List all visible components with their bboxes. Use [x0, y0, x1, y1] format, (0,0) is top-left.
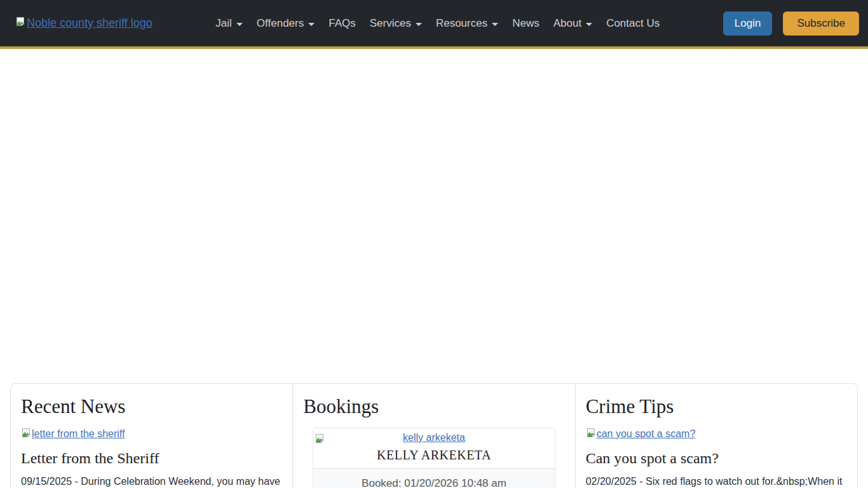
- caret-down-icon: [492, 23, 498, 26]
- booking-inmate-link[interactable]: kelly arkeketa: [403, 432, 465, 443]
- recent-news-card: Recent News letter from the sheriff Lett…: [11, 384, 292, 488]
- recent-news-title: Recent News: [21, 395, 282, 418]
- nav-item-services[interactable]: Services: [363, 12, 429, 35]
- caret-down-icon: [416, 23, 422, 26]
- crime-tips-article-title: Can you spot a scam?: [586, 450, 847, 467]
- nav-item-resources[interactable]: Resources: [429, 12, 505, 35]
- crime-tips-image-link[interactable]: can you spot a scam?: [586, 428, 696, 440]
- crime-tips-card: Crime Tips can you spot a scam? Can you …: [575, 384, 857, 488]
- hero-empty-area: [0, 49, 868, 383]
- nav-item-offenders[interactable]: Offenders: [250, 12, 322, 35]
- booking-date-footer: Booked: 01/20/2026 10:48 am: [313, 468, 554, 488]
- recent-news-article-title: Letter from the Sheriff: [21, 450, 282, 467]
- home-card-group: Recent News letter from the sheriff Lett…: [10, 383, 858, 488]
- broken-image-icon: [21, 428, 31, 440]
- brand-logo-link[interactable]: Noble county sheriff logo: [15, 17, 153, 30]
- recent-news-article-text: 09/15/2025 - During Celebration Weekend,…: [21, 474, 282, 488]
- broken-image-icon: [586, 428, 596, 440]
- booking-image-row: kelly arkeketa: [313, 428, 554, 447]
- booking-inmate-name: KELLY ARKEKETA: [313, 448, 554, 463]
- crime-tips-image-alt: can you spot a scam?: [597, 428, 696, 440]
- recent-news-image-link[interactable]: letter from the sheriff: [21, 428, 125, 440]
- caret-down-icon: [236, 23, 243, 26]
- crime-tips-title: Crime Tips: [586, 395, 847, 418]
- broken-image-icon: [315, 433, 325, 446]
- crime-tips-article-text: 02/20/2025 - Six red flags to watch out …: [586, 474, 847, 488]
- nav-item-jail[interactable]: Jail: [208, 12, 250, 35]
- bookings-title: Bookings: [303, 395, 564, 418]
- nav-item-faqs[interactable]: FAQs: [322, 12, 363, 35]
- caret-down-icon: [586, 23, 592, 26]
- nav-item-news[interactable]: News: [505, 12, 546, 35]
- bookings-card: Bookings kelly arkeketa KELLY ARKEKETA B…: [292, 384, 574, 488]
- booking-entry-card: kelly arkeketa KELLY ARKEKETA Booked: 01…: [313, 428, 555, 488]
- navbar-actions: Login Subscribe: [723, 11, 859, 36]
- nav-item-contact-us[interactable]: Contact Us: [599, 12, 667, 35]
- recent-news-image-alt: letter from the sheriff: [32, 428, 125, 440]
- nav-item-about[interactable]: About: [546, 12, 599, 35]
- caret-down-icon: [308, 23, 315, 26]
- subscribe-button[interactable]: Subscribe: [783, 11, 859, 36]
- broken-image-icon: [15, 17, 25, 30]
- brand-alt-text: Noble county sheriff logo: [27, 17, 153, 30]
- top-navbar: Noble county sheriff logo Jail Offenders…: [0, 0, 868, 49]
- main-nav: Jail Offenders FAQs Services Resources N…: [153, 12, 723, 35]
- login-button[interactable]: Login: [723, 11, 773, 36]
